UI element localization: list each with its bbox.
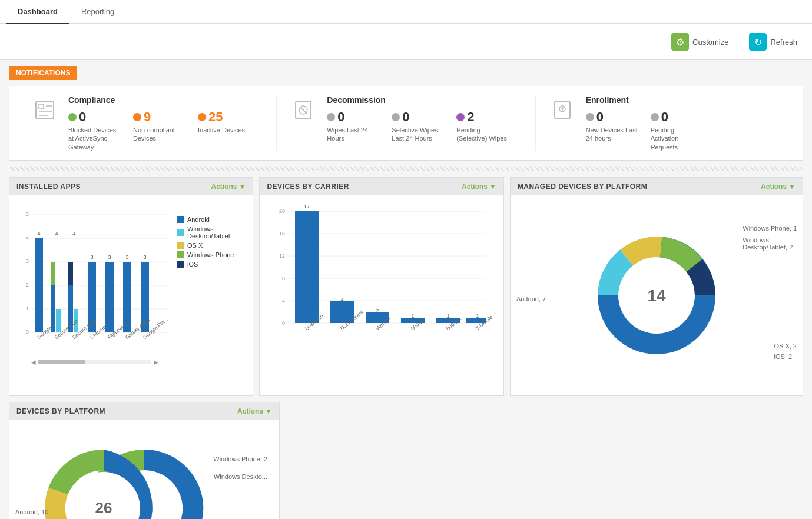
decommission-icon bbox=[289, 95, 318, 125]
devices-by-platform-header: DEVICES BY PLATFORM Actions ▼ bbox=[9, 402, 279, 420]
platform-label-windesktop: Windows Deskto... bbox=[214, 473, 267, 480]
decommission-item-1[interactable]: 0 Selective Wipes Last 24 Hours bbox=[392, 109, 445, 143]
decommission-item-0[interactable]: 0 Wipes Last 24 Hours bbox=[327, 109, 380, 143]
svg-rect-25 bbox=[35, 238, 43, 332]
managed-devices-actions[interactable]: Actions ▼ bbox=[761, 182, 796, 191]
devices-by-carrier-actions[interactable]: Actions ▼ bbox=[462, 182, 496, 191]
panels-row-top: INSTALLED APPS Actions ▼ 5 4 3 2 bbox=[9, 177, 803, 396]
svg-text:8: 8 bbox=[282, 275, 285, 281]
carrier-chart-svg: 20 16 12 8 4 0 17 bbox=[269, 204, 492, 369]
svg-line-7 bbox=[300, 107, 307, 114]
compliance-label-1: Non-compliant Devices bbox=[133, 126, 186, 143]
svg-text:14: 14 bbox=[647, 287, 666, 305]
main-content: NOTIFICATIONS Compliance 0 Blocked Devic bbox=[0, 60, 812, 519]
svg-text:16: 16 bbox=[279, 231, 285, 237]
platform-donut-svg2: 26 bbox=[21, 432, 186, 519]
chevron-down-icon-carrier: ▼ bbox=[489, 182, 496, 191]
tab-reporting[interactable]: Reporting bbox=[69, 0, 126, 24]
compliance-item-2[interactable]: 25 Inactive Devices bbox=[198, 109, 245, 151]
enrollment-item-0[interactable]: 0 New Devices Last 24 hours bbox=[586, 109, 639, 151]
legend-winphone: Windows Phone bbox=[177, 251, 244, 258]
enrollment-title: Enrollment bbox=[586, 95, 704, 105]
compliance-item-0[interactable]: 0 Blocked Devices at ActiveSync Gateway bbox=[68, 109, 121, 151]
svg-text:0: 0 bbox=[26, 329, 29, 335]
svg-rect-33 bbox=[68, 262, 73, 285]
compliance-label-2: Inactive Devices bbox=[198, 126, 245, 134]
managed-legend: Windows Phone, 1 WindowsDesktop/Tablet, … bbox=[743, 225, 797, 255]
svg-text:4: 4 bbox=[37, 231, 40, 237]
svg-rect-39 bbox=[123, 262, 131, 332]
notifications-panel: Compliance 0 Blocked Devices at ActiveSy… bbox=[9, 86, 803, 161]
compliance-section: Compliance 0 Blocked Devices at ActiveSy… bbox=[18, 95, 277, 151]
svg-text:0: 0 bbox=[282, 320, 285, 326]
compliance-item-1[interactable]: 9 Non-compliant Devices bbox=[133, 109, 186, 151]
chevron-down-icon: ▼ bbox=[239, 182, 246, 191]
installed-apps-legend: Android Windows Desktop/Tablet OS X bbox=[177, 204, 244, 365]
legend-ios-managed: iOS, 2 bbox=[774, 353, 797, 360]
compliance-icon bbox=[30, 95, 59, 125]
svg-rect-0 bbox=[36, 101, 54, 119]
managed-legend-left: Android, 7 bbox=[516, 295, 546, 302]
enrollment-item-1[interactable]: 0 Pending Activation Requests bbox=[651, 109, 704, 151]
svg-text:2: 2 bbox=[26, 282, 29, 288]
enrollment-label-1: Pending Activation Requests bbox=[651, 126, 704, 151]
bar-chart-area: 5 4 3 2 1 0 bbox=[18, 204, 171, 365]
devices-by-platform-title: DEVICES BY PLATFORM bbox=[16, 407, 105, 415]
svg-text:1: 1 bbox=[26, 305, 29, 311]
customize-button[interactable]: ⚙ Customize bbox=[665, 30, 734, 54]
chevron-down-icon-platform: ▼ bbox=[265, 407, 272, 415]
svg-text:3: 3 bbox=[125, 254, 128, 260]
managed-devices-header: MANAGED DEVICES BY PLATFORM Actions ▼ bbox=[511, 178, 803, 195]
devices-by-platform-actions[interactable]: Actions ▼ bbox=[237, 407, 272, 415]
managed-devices-body: 14 Windows Phone, 1 WindowsDesktop/Table… bbox=[511, 195, 803, 395]
svg-rect-28 bbox=[56, 309, 61, 332]
svg-text:17: 17 bbox=[304, 204, 310, 209]
decommission-label-2: Pending (Selective) Wipes bbox=[456, 126, 509, 143]
svg-text:3: 3 bbox=[26, 258, 29, 264]
enrollment-icon bbox=[548, 95, 577, 125]
svg-text:3: 3 bbox=[143, 254, 146, 260]
tab-dashboard[interactable]: Dashboard bbox=[6, 0, 69, 24]
scroll-bar[interactable]: ◀ ▶ bbox=[18, 359, 171, 365]
decommission-label-0: Wipes Last 24 Hours bbox=[327, 126, 380, 143]
platform-label-android: Android, 10 bbox=[15, 508, 48, 515]
panels-row-bottom: DEVICES BY PLATFORM Actions ▼ bbox=[9, 402, 803, 519]
svg-text:4: 4 bbox=[282, 298, 285, 304]
installed-apps-actions[interactable]: Actions ▼ bbox=[211, 182, 246, 191]
devices-by-carrier-body: 20 16 12 8 4 0 17 bbox=[260, 195, 503, 380]
managed-devices-actions-label: Actions bbox=[761, 182, 787, 191]
svg-text:12: 12 bbox=[279, 253, 285, 259]
decommission-item-2[interactable]: 2 Pending (Selective) Wipes bbox=[456, 109, 509, 143]
installed-apps-chart: 5 4 3 2 1 0 bbox=[18, 204, 244, 365]
decommission-label-1: Selective Wipes Last 24 Hours bbox=[392, 126, 445, 143]
legend-android-managed: Android, 7 bbox=[516, 295, 546, 302]
svg-text:26: 26 bbox=[95, 499, 112, 517]
svg-rect-27 bbox=[51, 285, 55, 332]
installed-apps-actions-label: Actions bbox=[211, 182, 237, 191]
installed-apps-title: INSTALLED APPS bbox=[16, 182, 81, 191]
devices-by-carrier-panel: DEVICES BY CARRIER Actions ▼ 20 16 12 8 … bbox=[259, 177, 503, 396]
compliance-label-0: Blocked Devices at ActiveSync Gateway bbox=[68, 126, 121, 151]
enrollment-section: Enrollment 0 New Devices Last 24 hours 0… bbox=[536, 95, 794, 151]
managed-devices-title: MANAGED DEVICES BY PLATFORM bbox=[518, 182, 647, 191]
svg-text:4: 4 bbox=[26, 235, 29, 241]
top-bar: ⚙ Customize ↻ Refresh bbox=[0, 24, 812, 60]
devices-by-platform-panel: DEVICES BY PLATFORM Actions ▼ bbox=[9, 402, 280, 519]
legend-osx-managed: OS X, 2 bbox=[774, 342, 797, 350]
decommission-content: Decommission 0 Wipes Last 24 Hours 0 Sel… bbox=[327, 95, 509, 143]
managed-devices-panel: MANAGED DEVICES BY PLATFORM Actions ▼ bbox=[510, 177, 803, 396]
managed-donut-svg: 14 bbox=[556, 213, 757, 378]
refresh-button[interactable]: ↻ Refresh bbox=[743, 30, 803, 54]
installed-apps-body: 5 4 3 2 1 0 bbox=[9, 195, 253, 374]
devices-by-platform-actions-label: Actions bbox=[237, 407, 263, 415]
svg-rect-62 bbox=[295, 211, 319, 323]
customize-label: Customize bbox=[692, 38, 728, 46]
customize-icon: ⚙ bbox=[671, 33, 689, 51]
legend-windows-phone: Windows Phone, 1 bbox=[743, 225, 797, 232]
devices-by-carrier-header: DEVICES BY CARRIER Actions ▼ bbox=[260, 178, 503, 195]
svg-text:3: 3 bbox=[90, 254, 93, 260]
refresh-label: Refresh bbox=[770, 38, 797, 46]
chevron-down-icon-managed: ▼ bbox=[788, 182, 796, 191]
svg-rect-29 bbox=[51, 262, 55, 285]
devices-by-carrier-actions-label: Actions bbox=[462, 182, 488, 191]
